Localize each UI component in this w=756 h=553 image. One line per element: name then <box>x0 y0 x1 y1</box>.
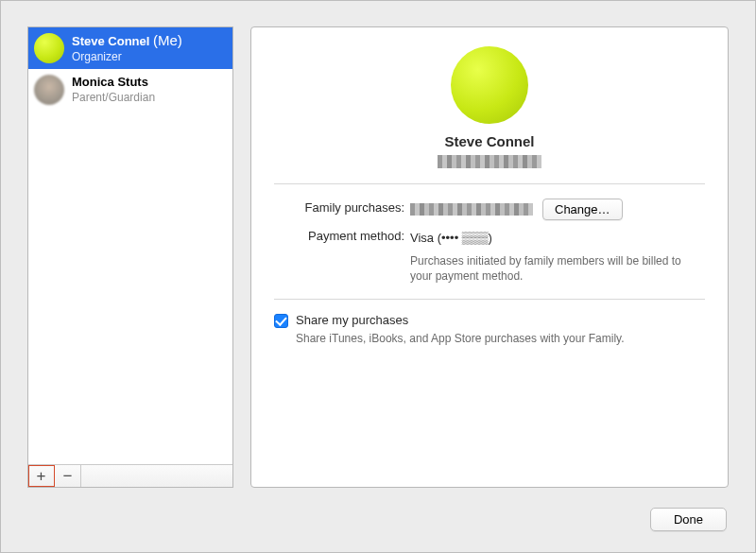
sidebar-footer: + − <box>28 464 232 487</box>
member-name-text: Steve Connel <box>72 34 149 48</box>
me-suffix: (Me) <box>153 32 182 48</box>
share-purchases-description: Share iTunes, iBooks, and App Store purc… <box>296 331 625 346</box>
share-purchases-label: Share my purchases <box>296 313 625 327</box>
member-text: Steve Connel (Me) Organizer <box>72 32 182 64</box>
change-button[interactable]: Change… <box>542 199 623 220</box>
member-text: Monica Stuts Parent/Guardian <box>72 75 155 104</box>
member-name: Monica Stuts <box>72 75 155 90</box>
tennis-ball-avatar-icon <box>34 33 64 63</box>
profile-header: Steve Connel <box>274 46 705 168</box>
family-purchases-label: Family purchases: <box>274 198 404 215</box>
divider <box>274 183 705 184</box>
payment-method-label: Payment method: <box>274 226 404 243</box>
divider <box>274 299 705 300</box>
family-purchases-value-obscured <box>410 203 533 216</box>
family-purchases-row: Family purchases: Change… <box>274 198 705 220</box>
remove-member-button[interactable]: − <box>55 465 81 487</box>
payment-method-note: Purchases initiated by family members wi… <box>410 253 698 284</box>
done-button[interactable]: Done <box>650 508 727 531</box>
person-avatar-icon <box>34 75 64 105</box>
tennis-ball-avatar-icon <box>451 46 528 124</box>
member-role: Parent/Guardian <box>72 91 155 105</box>
add-member-button[interactable]: + <box>28 465 55 487</box>
member-detail-pane: Steve Connel Family purchases: Change… P… <box>250 26 729 488</box>
payment-method-row: Payment method: Visa (•••• ▒▒▒) Purchase… <box>274 226 705 284</box>
member-item-monica[interactable]: Monica Stuts Parent/Guardian <box>28 69 232 111</box>
member-name: Steve Connel (Me) <box>72 32 182 50</box>
member-item-steve[interactable]: Steve Connel (Me) Organizer <box>28 27 232 69</box>
member-role: Organizer <box>72 50 182 64</box>
payment-method-value: Visa (•••• ▒▒▒) <box>410 231 492 245</box>
apple-id-obscured <box>438 155 541 168</box>
share-purchases-row: Share my purchases Share iTunes, iBooks,… <box>274 313 705 346</box>
family-member-list: Steve Connel (Me) Organizer Monica Stuts… <box>27 26 233 488</box>
member-list-container: Steve Connel (Me) Organizer Monica Stuts… <box>28 27 232 464</box>
share-purchases-checkbox[interactable] <box>274 314 288 328</box>
profile-name: Steve Connel <box>444 133 534 149</box>
family-sharing-window: Steve Connel (Me) Organizer Monica Stuts… <box>0 0 756 553</box>
